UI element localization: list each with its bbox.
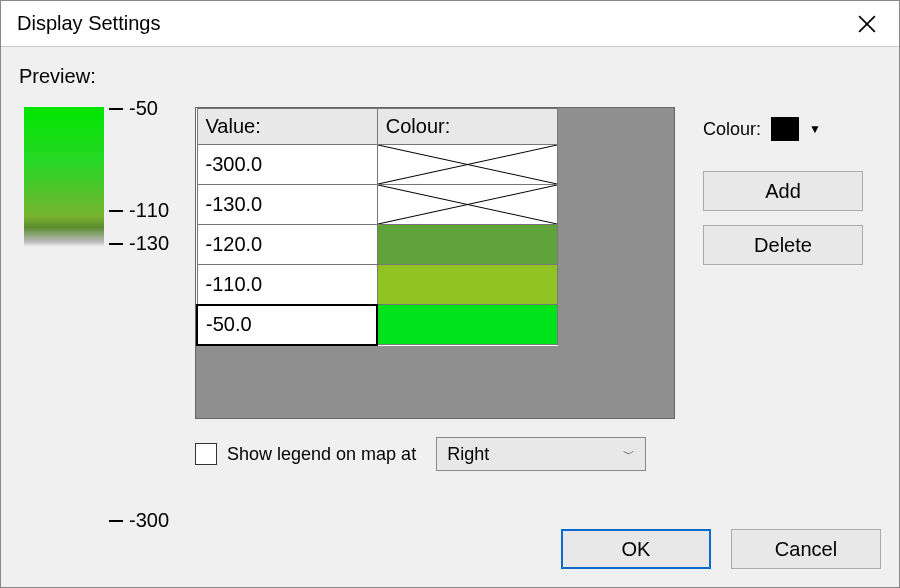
preview-tick: -300 [109, 509, 169, 532]
value-cell[interactable]: -120.0 [197, 225, 377, 265]
colour-swatch [378, 305, 557, 344]
chevron-down-icon: ﹀ [623, 446, 635, 463]
show-legend-checkbox[interactable] [195, 443, 217, 465]
add-button-label: Add [765, 180, 801, 203]
colour-swatch [378, 225, 557, 264]
value-cell[interactable]: -300.0 [197, 145, 377, 185]
no-colour-icon [378, 185, 557, 224]
content-area: Preview: -50 -110 -130 -300 Value: Colou… [1, 47, 899, 587]
legend-row: Show legend on map at Right ﹀ [195, 437, 646, 471]
table-row[interactable]: -300.0 [197, 145, 558, 185]
colour-cell[interactable] [377, 145, 557, 185]
col-header-value[interactable]: Value: [197, 109, 377, 145]
tick-label: -130 [129, 232, 169, 255]
colour-table: Value: Colour: -300.0 -130.0 [196, 108, 558, 346]
preview-tick: -50 [109, 97, 158, 120]
preview-label: Preview: [19, 65, 881, 88]
value-cell-editing[interactable]: -50.0 [197, 305, 377, 345]
delete-button[interactable]: Delete [703, 225, 863, 265]
value-cell[interactable]: -130.0 [197, 185, 377, 225]
preview-tick: -130 [109, 232, 169, 255]
colour-label: Colour: [703, 119, 761, 140]
colour-swatch [378, 265, 557, 304]
colour-picker-swatch[interactable] [771, 117, 799, 141]
ok-button[interactable]: OK [561, 529, 711, 569]
colour-cell[interactable] [377, 265, 557, 305]
preview-tick: -110 [109, 199, 169, 222]
preview-area: -50 -110 -130 -300 [19, 107, 189, 587]
table-row[interactable]: -120.0 [197, 225, 558, 265]
cancel-button[interactable]: Cancel [731, 529, 881, 569]
close-button[interactable] [851, 8, 883, 40]
tick-label: -300 [129, 509, 169, 532]
colour-picker-row: Colour: ▼ [703, 117, 883, 141]
colour-table-container: Value: Colour: -300.0 -130.0 [195, 107, 675, 419]
table-row[interactable]: -130.0 [197, 185, 558, 225]
tick-label: -50 [129, 97, 158, 120]
right-column: Colour: ▼ Add Delete [703, 117, 883, 265]
dropdown-arrow-icon[interactable]: ▼ [809, 122, 821, 136]
window-title: Display Settings [17, 12, 160, 35]
col-header-colour[interactable]: Colour: [377, 109, 557, 145]
add-button[interactable]: Add [703, 171, 863, 211]
footer-buttons: OK Cancel [561, 529, 881, 569]
preview-gradient [24, 107, 104, 247]
display-settings-window: Display Settings Preview: -50 -110 -130 … [0, 0, 900, 588]
cancel-button-label: Cancel [775, 538, 837, 561]
colour-cell[interactable] [377, 305, 557, 345]
delete-button-label: Delete [754, 234, 812, 257]
show-legend-label: Show legend on map at [227, 444, 416, 465]
legend-position-dropdown[interactable]: Right ﹀ [436, 437, 646, 471]
colour-cell[interactable] [377, 185, 557, 225]
close-icon [858, 15, 876, 33]
legend-position-selected: Right [447, 444, 489, 465]
table-row[interactable]: -50.0 [197, 305, 558, 345]
value-cell[interactable]: -110.0 [197, 265, 377, 305]
ok-button-label: OK [622, 538, 651, 561]
tick-label: -110 [129, 199, 169, 222]
table-row[interactable]: -110.0 [197, 265, 558, 305]
no-colour-icon [378, 145, 557, 184]
colour-cell[interactable] [377, 225, 557, 265]
titlebar: Display Settings [1, 1, 899, 47]
